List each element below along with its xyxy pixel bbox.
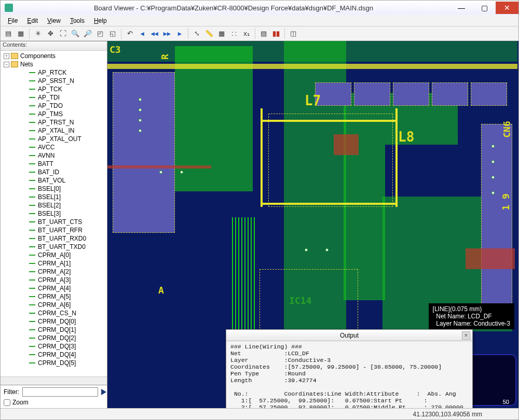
status-unit: mm bbox=[470, 411, 482, 418]
output-body[interactable]: ### Line(Wiring) ### Net :LCD_DF Layer :… bbox=[226, 341, 472, 408]
silk-C3: C3 bbox=[110, 44, 121, 55]
net-label: BSEL[3] bbox=[38, 210, 61, 217]
net-label: CPRM_DQ[2] bbox=[38, 334, 76, 342]
net-item[interactable]: BT_UART_RFR bbox=[2, 226, 107, 234]
sheets-icon[interactable]: ▦ bbox=[15, 28, 26, 39]
net-icon bbox=[29, 70, 36, 75]
layer-a-icon[interactable]: ▨ bbox=[258, 28, 269, 39]
net-item[interactable]: AP_TRST_N bbox=[2, 118, 107, 127]
zoom-in-icon[interactable]: 🔍 bbox=[70, 28, 81, 39]
net-item[interactable]: CPRM_A[5] bbox=[2, 292, 107, 301]
net-item[interactable]: CPRM_DQ[1] bbox=[2, 326, 107, 334]
net-item[interactable]: AP_XTAL_OUT bbox=[2, 135, 107, 143]
net-label: AP_TRST_N bbox=[38, 119, 74, 126]
expand-icon[interactable]: + bbox=[4, 53, 9, 59]
net-label: CPRM_DQ[5] bbox=[38, 359, 76, 367]
pan-icon[interactable]: ✥ bbox=[45, 28, 56, 39]
net-item[interactable]: CPRM_A[4] bbox=[2, 284, 107, 292]
net-item[interactable]: CPRM_A[3] bbox=[2, 276, 107, 284]
net-item[interactable]: BT_UART_TXD0 bbox=[2, 243, 107, 251]
step-fwd-icon[interactable]: ▸▸ bbox=[161, 28, 173, 39]
zoom-out-icon[interactable]: 🔎 bbox=[82, 28, 93, 39]
fit-icon[interactable]: ⛶ bbox=[57, 28, 69, 39]
net-item[interactable]: BT_UART_RXD0 bbox=[2, 234, 107, 243]
net-icon bbox=[29, 269, 36, 274]
collapse-icon[interactable]: − bbox=[4, 62, 9, 67]
snap-icon[interactable]: ⸬ bbox=[228, 28, 240, 39]
net-item[interactable]: CPRM_A[2] bbox=[2, 268, 107, 276]
output-window[interactable]: Output × ### Line(Wiring) ### Net :LCD_D… bbox=[226, 329, 473, 408]
measure-icon[interactable]: 📏 bbox=[203, 28, 215, 39]
next-icon[interactable]: ▸ bbox=[174, 28, 185, 39]
tree-nets[interactable]: − Nets bbox=[2, 60, 107, 68]
net-item[interactable]: CPRM_A[0] bbox=[2, 251, 107, 259]
net-item[interactable]: BAT_VOL bbox=[2, 176, 107, 185]
menu-file[interactable]: FFileile bbox=[4, 16, 22, 25]
select-icon[interactable]: ⤡ bbox=[191, 28, 202, 39]
zoom-window-icon[interactable]: ◱ bbox=[107, 28, 118, 39]
net-item[interactable]: AP_TDO bbox=[2, 102, 107, 110]
net-item[interactable]: AP_SRST_N bbox=[2, 77, 107, 85]
net-item[interactable]: BSEL[1] bbox=[2, 193, 107, 201]
tree-hscroll[interactable] bbox=[1, 376, 107, 385]
net-item[interactable]: CPRM_A[1] bbox=[2, 259, 107, 268]
close-button[interactable]: ✕ bbox=[496, 2, 518, 14]
net-icon bbox=[29, 111, 36, 117]
net-label: BATT bbox=[38, 160, 53, 167]
layers-icon[interactable]: ▤ bbox=[3, 28, 14, 39]
redraw-icon[interactable]: ✳ bbox=[32, 28, 44, 39]
minimize-button[interactable]: — bbox=[450, 2, 473, 14]
net-label: CPRM_A[0] bbox=[38, 251, 71, 259]
net-item[interactable]: AVNN bbox=[2, 151, 107, 160]
menu-edit[interactable]: Edit bbox=[23, 16, 42, 25]
menu-help[interactable]: Help bbox=[90, 16, 111, 25]
net-item[interactable]: BSEL[2] bbox=[2, 201, 107, 209]
net-icon bbox=[29, 344, 36, 349]
net-item[interactable]: BAT_ID bbox=[2, 168, 107, 176]
grid-icon[interactable]: ▦ bbox=[216, 28, 227, 39]
net-label: CPRM_DQ[1] bbox=[38, 326, 76, 333]
prev-icon[interactable]: ◂ bbox=[136, 28, 148, 39]
tree-components[interactable]: + Components bbox=[2, 52, 107, 60]
output-titlebar[interactable]: Output × bbox=[226, 330, 472, 341]
step-back-icon[interactable]: ◂◂ bbox=[149, 28, 160, 39]
net-label: CPRM_A[2] bbox=[38, 268, 71, 275]
undo-icon[interactable]: ↶ bbox=[124, 28, 135, 39]
net-icon bbox=[29, 360, 36, 366]
menu-view[interactable]: View bbox=[43, 16, 65, 25]
filter-go-button[interactable] bbox=[101, 389, 106, 395]
net-item[interactable]: BSEL[0] bbox=[2, 185, 107, 193]
net-item[interactable]: AP_TDI bbox=[2, 93, 107, 102]
net-item[interactable]: CPRM_A[6] bbox=[2, 301, 107, 309]
net-item[interactable]: CPRM_DQ[0] bbox=[2, 317, 107, 326]
statusbar: 41.12300,103.49056 mm bbox=[1, 408, 518, 419]
zoom-area-icon[interactable]: ◰ bbox=[94, 28, 106, 39]
net-item[interactable]: AVCC bbox=[2, 143, 107, 151]
net-item[interactable]: BT_UART_CTS bbox=[2, 218, 107, 226]
output-close-button[interactable]: × bbox=[462, 331, 470, 340]
net-item[interactable]: BSEL[3] bbox=[2, 209, 107, 218]
design-canvas[interactable]: L7 L8 IC14 C3 R A CN6 1 9 [LINE](0.075 m… bbox=[107, 41, 518, 408]
net-item[interactable]: CPRM_DQ[5] bbox=[2, 359, 107, 367]
zoom-checkbox[interactable] bbox=[4, 399, 10, 406]
layer-b-icon[interactable]: ▮▮ bbox=[270, 28, 282, 39]
net-item[interactable]: CPRM_DQ[2] bbox=[2, 334, 107, 342]
net-item[interactable]: AP_TCK bbox=[2, 85, 107, 93]
coord-icon[interactable]: x₁ bbox=[241, 28, 252, 39]
menubar: FFileile Edit View Tools Help bbox=[1, 15, 518, 26]
tree[interactable]: + Components − Nets AP_RTCKAP_SRST_NAP_T… bbox=[1, 51, 107, 376]
net-item[interactable]: CPRM_DQ[3] bbox=[2, 342, 107, 351]
net-icon bbox=[29, 128, 36, 133]
maximize-button[interactable]: ▢ bbox=[473, 2, 496, 14]
menu-tools[interactable]: Tools bbox=[66, 16, 89, 25]
net-item[interactable]: CPRM_CS_N bbox=[2, 309, 107, 317]
net-item[interactable]: AP_XTAL_IN bbox=[2, 127, 107, 135]
net-icon bbox=[29, 261, 36, 266]
filter-input[interactable] bbox=[22, 387, 98, 397]
net-item[interactable]: CPRM_DQ[4] bbox=[2, 351, 107, 359]
net-item[interactable]: AP_RTCK bbox=[2, 68, 107, 77]
net-item[interactable]: BATT bbox=[2, 160, 107, 168]
net-item[interactable]: AP_TMS bbox=[2, 110, 107, 118]
view3d-icon[interactable]: ◫ bbox=[288, 28, 299, 39]
tree-label: Components bbox=[20, 52, 56, 60]
